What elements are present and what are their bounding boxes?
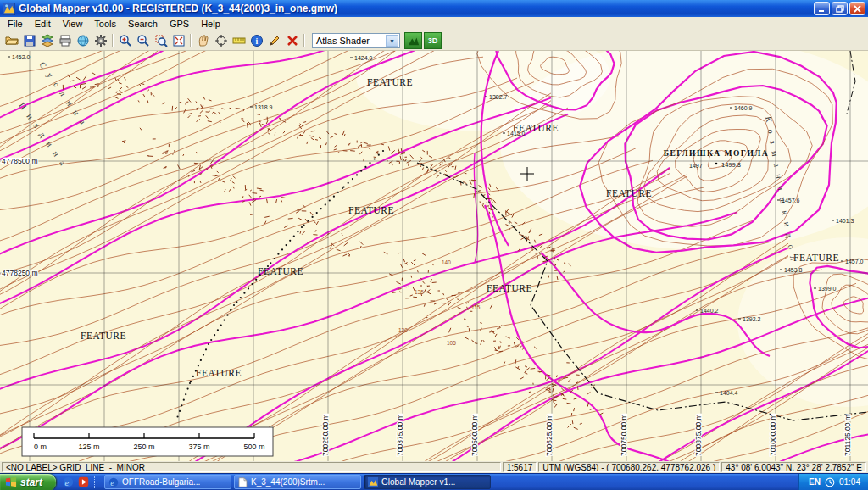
- system-tray: EN 01:04: [798, 474, 868, 490]
- zoom-in-icon: [119, 34, 132, 47]
- svg-text:130: 130: [398, 327, 408, 333]
- svg-text:500 m: 500 m: [243, 443, 264, 451]
- close-button[interactable]: [849, 2, 865, 15]
- taskbar-task-2[interactable]: K_3_44(200)Srtm...: [234, 475, 361, 489]
- svg-text:701125.00 m: 701125.00 m: [843, 415, 852, 456]
- global-mapper-window: Global Mapper v10.00 - REGISTERED (K_3_4…: [0, 0, 868, 490]
- svg-text:700875.00 m: 700875.00 m: [694, 414, 703, 456]
- toolbar-separator: [303, 34, 305, 47]
- svg-text:1440.2: 1440.2: [700, 308, 719, 314]
- projection-button[interactable]: [74, 32, 92, 49]
- view-3d-button[interactable]: 3D: [424, 32, 442, 49]
- menu-search[interactable]: Search: [122, 18, 164, 30]
- status-hover-label: <NO LABEL> GRID_LINE_-_MINOR: [2, 462, 501, 472]
- svg-text:FEATURE: FEATURE: [348, 205, 394, 215]
- status-latlon: 43° 08' 6.0043" N, 23° 28' 2.7852" E: [721, 462, 866, 472]
- taskbar-task-3[interactable]: Global Mapper v1...: [364, 475, 491, 489]
- svg-text:FEATURE: FEATURE: [367, 77, 413, 87]
- zoom-out-button[interactable]: [134, 32, 152, 49]
- menu-view[interactable]: View: [57, 18, 89, 30]
- configuration-button[interactable]: [92, 32, 109, 49]
- zoom-box-icon: [154, 34, 168, 47]
- task-label: OFFRoad-Bulgaria...: [122, 477, 200, 487]
- taskbar-separator: [94, 476, 97, 488]
- taskbar-task-1[interactable]: eOFFRoad-Bulgaria...: [104, 475, 231, 489]
- quicklaunch-media-icon[interactable]: [77, 476, 90, 488]
- svg-text:700375.00 m: 700375.00 m: [396, 414, 404, 456]
- svg-text:701000.00 m: 701000.00 m: [769, 414, 777, 456]
- svg-text:1457.0: 1457.0: [845, 259, 864, 264]
- svg-text:1424.0: 1424.0: [354, 55, 373, 61]
- svg-text:375 m: 375 m: [188, 443, 209, 451]
- task-buttons: eOFFRoad-Bulgaria...K_3_44(200)Srtm...Gl…: [104, 475, 491, 489]
- zoom-in-button[interactable]: [116, 32, 134, 49]
- start-button[interactable]: start: [0, 474, 56, 490]
- menu-help[interactable]: Help: [195, 18, 226, 30]
- status-scale: 1:5617: [503, 462, 537, 472]
- map-area: FEATUREFEATUREFEATUREFEATUREFEATUREFEATU…: [0, 51, 868, 461]
- window-title: Global Mapper v10.00 - REGISTERED (K_3_4…: [19, 3, 810, 14]
- pan-button[interactable]: [194, 32, 212, 49]
- hillshade-icon: [408, 35, 420, 47]
- delete-feature-button[interactable]: [283, 32, 301, 49]
- save-icon: [23, 34, 36, 47]
- svg-text:FEATURE: FEATURE: [487, 283, 532, 293]
- open-button[interactable]: [3, 32, 20, 49]
- svg-text:700750.00 m: 700750.00 m: [620, 414, 628, 456]
- windows-logo-icon: [5, 476, 17, 487]
- menu-gps[interactable]: GPS: [164, 18, 195, 30]
- quicklaunch-browser-icon[interactable]: e: [62, 476, 75, 488]
- pencil-icon: [268, 34, 281, 47]
- windows-taskbar: start e eOFFRoad-Bulgaria...K_3_44(200)S…: [0, 473, 868, 490]
- svg-text:1460.9: 1460.9: [734, 105, 753, 111]
- restore-button[interactable]: [832, 2, 848, 15]
- svg-text:250 m: 250 m: [133, 443, 154, 451]
- recenter-button[interactable]: [212, 32, 230, 49]
- svg-text:0 m: 0 m: [34, 443, 47, 451]
- menu-edit[interactable]: Edit: [29, 18, 57, 30]
- svg-text:125 m: 125 m: [78, 443, 99, 451]
- menu-bar: FileEditViewToolsSearchGPSHelp: [0, 17, 868, 31]
- zoom-box-button[interactable]: [152, 32, 170, 49]
- printer-icon: [58, 34, 72, 47]
- map-canvas[interactable]: FEATUREFEATUREFEATUREFEATUREFEATUREFEATU…: [0, 51, 868, 461]
- svg-text:1401.3: 1401.3: [836, 218, 854, 224]
- delete-x-icon: [286, 34, 299, 47]
- clock-icon: [825, 477, 835, 487]
- svg-text:FEATURE: FEATURE: [258, 266, 303, 276]
- full-view-button[interactable]: [170, 32, 187, 49]
- minimize-button[interactable]: [814, 2, 830, 15]
- ruler-icon: [232, 34, 246, 47]
- shader-dropdown[interactable]: Atlas Shader ▼: [312, 33, 400, 48]
- svg-text:140: 140: [442, 259, 451, 265]
- print-button[interactable]: [56, 32, 74, 49]
- svg-text:1404.4: 1404.4: [720, 390, 738, 396]
- svg-text:FEATURE: FEATURE: [196, 368, 242, 378]
- shader-dropdown-value: Atlas Shader: [316, 36, 370, 46]
- svg-text:1318.9: 1318.9: [254, 104, 273, 110]
- overlay-control-button[interactable]: [38, 32, 56, 49]
- svg-text:FEATURE: FEATURE: [606, 188, 652, 198]
- svg-text:i: i: [255, 36, 258, 46]
- svg-text:4778500 m: 4778500 m: [2, 157, 38, 165]
- title-bar[interactable]: Global Mapper v10.00 - REGISTERED (K_3_4…: [0, 0, 868, 17]
- feature-info-button[interactable]: i: [248, 32, 265, 49]
- svg-text:105: 105: [447, 340, 456, 346]
- menu-tools[interactable]: Tools: [88, 18, 122, 30]
- svg-text:700500.00 m: 700500.00 m: [470, 414, 479, 456]
- tray-clock[interactable]: 01:04: [839, 477, 860, 487]
- digitizer-button[interactable]: [265, 32, 283, 49]
- menu-file[interactable]: File: [2, 18, 29, 30]
- language-indicator[interactable]: EN: [809, 477, 821, 487]
- svg-text:FEATURE: FEATURE: [793, 253, 839, 263]
- svg-text:1453.8: 1453.8: [784, 267, 803, 273]
- svg-text:e: e: [64, 478, 69, 487]
- global-mapper-icon: [368, 477, 378, 487]
- status-utm-coords: UTM (WGS84) - ( 700680.262, 4778762.026 …: [538, 462, 720, 472]
- start-button-label: start: [20, 476, 42, 488]
- measure-button[interactable]: [230, 32, 248, 49]
- chevron-down-icon[interactable]: ▼: [386, 35, 398, 47]
- save-button[interactable]: [20, 32, 38, 49]
- svg-text:1399.0: 1399.0: [818, 286, 837, 292]
- hillshade-button[interactable]: [404, 32, 422, 49]
